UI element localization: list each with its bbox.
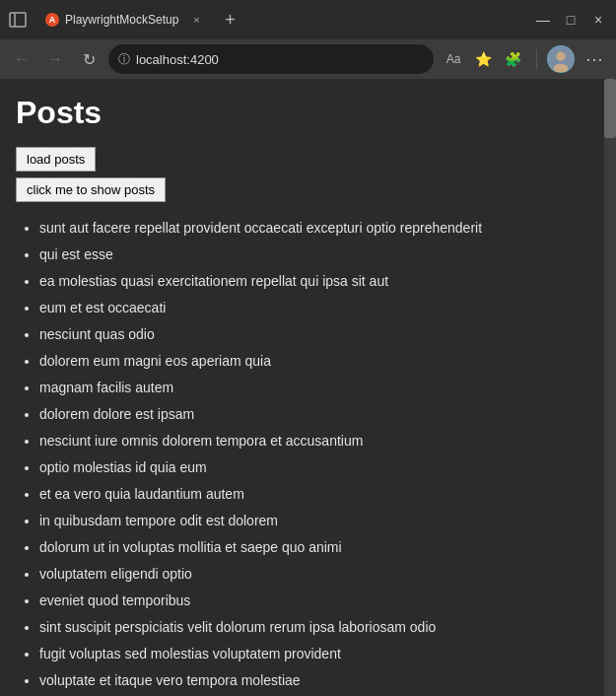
address-bar: ← → ↻ ⓘ localhost:4200 Aa ⭐ 🧩 (0, 39, 616, 79)
list-item: ea molestias quasi exercitationem repell… (39, 271, 588, 292)
title-bar: A PlaywrightMockSetup × + — □ × (0, 0, 616, 39)
list-item: qui est esse (39, 244, 588, 265)
title-bar-left (8, 10, 28, 30)
scrollbar-track (604, 79, 616, 696)
posts-list: sunt aut facere repellat provident occae… (16, 218, 588, 691)
profile-avatar[interactable] (547, 45, 575, 73)
list-item: dolorum ut in voluptas mollitia et saepe… (39, 537, 588, 558)
scrollbar-thumb[interactable] (604, 79, 616, 138)
divider (536, 49, 537, 69)
list-item: fugit voluptas sed molestias voluptatem … (39, 644, 588, 664)
list-item: dolorem dolore est ipsam (39, 404, 588, 425)
address-info-icon: ⓘ (118, 51, 130, 68)
load-posts-button[interactable]: load posts (16, 147, 96, 172)
tab-title: PlaywrightMockSetup (65, 13, 178, 27)
address-actions: Aa ⭐ 🧩 (440, 45, 526, 73)
extensions-button[interactable]: 🧩 (499, 45, 526, 73)
list-item: in quibusdam tempore odit est dolorem (39, 511, 588, 531)
browser-menu-button[interactable]: ⋯ (581, 45, 608, 73)
star-icon: ⭐ (475, 51, 492, 67)
list-item: voluptatem eligendi optio (39, 564, 588, 585)
forward-button[interactable]: → (41, 45, 69, 73)
list-item: nesciunt quas odio (39, 324, 588, 345)
extensions-icon: 🧩 (505, 51, 521, 67)
favorites-button[interactable]: ⭐ (469, 45, 497, 73)
list-item: magnam facilis autem (39, 378, 588, 398)
svg-point-3 (556, 52, 565, 61)
url-text: localhost:4200 (136, 52, 424, 67)
show-posts-button[interactable]: click me to show posts (16, 177, 166, 202)
reader-mode-button[interactable]: Aa (440, 45, 467, 73)
list-item: eum et est occaecati (39, 298, 588, 318)
list-item: dolorem eum magni eos aperiam quia (39, 351, 588, 372)
browser-tab[interactable]: A PlaywrightMockSetup × (34, 4, 216, 35)
page-title: Posts (16, 95, 588, 131)
list-item: optio molestias id quia eum (39, 457, 588, 478)
list-item: eveniet quod temporibus (39, 591, 588, 611)
list-item: sunt aut facere repellat provident occae… (39, 218, 588, 239)
list-item: voluptate et itaque vero tempora molesti… (39, 670, 588, 691)
page-content: Posts load posts click me to show posts … (0, 79, 604, 696)
reader-mode-icon: Aa (446, 52, 461, 66)
sidebar-toggle-icon[interactable] (8, 10, 28, 30)
list-item: sint suscipit perspiciatis velit dolorum… (39, 617, 588, 638)
tab-close-button[interactable]: × (188, 12, 204, 28)
window-controls: — □ × (533, 10, 608, 30)
maximize-button[interactable]: □ (561, 10, 581, 30)
svg-rect-0 (10, 13, 26, 27)
minimize-button[interactable]: — (533, 10, 553, 30)
browser-window: A PlaywrightMockSetup × + — □ × ← → ↻ ⓘ … (0, 0, 616, 696)
list-item: nesciunt iure omnis dolorem tempora et a… (39, 431, 588, 452)
reload-button[interactable]: ↻ (75, 45, 103, 73)
tab-favicon: A (45, 13, 59, 27)
new-tab-button[interactable]: + (216, 6, 243, 34)
back-button[interactable]: ← (8, 45, 35, 73)
address-input[interactable]: ⓘ localhost:4200 (108, 44, 434, 74)
list-item: et ea vero quia laudantium autem (39, 484, 588, 505)
close-button[interactable]: × (588, 10, 608, 30)
tab-container: A PlaywrightMockSetup × + (34, 4, 527, 35)
